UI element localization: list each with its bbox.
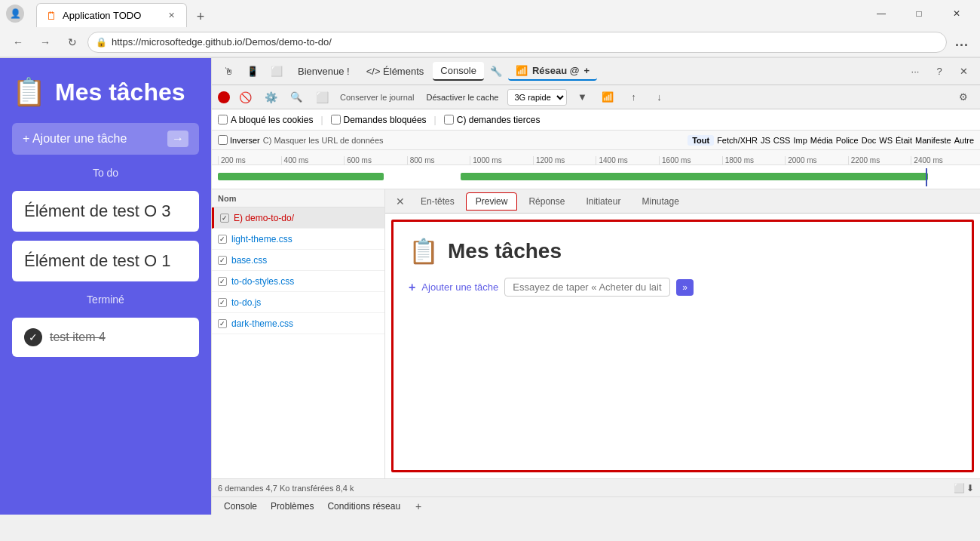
req-item-todo-styles[interactable]: ✓ to-do-styles.css: [212, 271, 384, 292]
clear-network-btn[interactable]: 🚫: [234, 87, 256, 108]
tab-network[interactable]: 📶 Réseau @ +: [508, 62, 597, 81]
devtools-more-btn[interactable]: ···: [905, 61, 926, 82]
throttle-down-btn[interactable]: ▼: [571, 87, 593, 108]
bottom-tab-network-conditions[interactable]: Conditions réseau: [321, 501, 406, 512]
tick-1200: 1200 ms: [533, 156, 596, 164]
req-item-todo-js[interactable]: ✓ to-do.js: [212, 292, 384, 313]
req-item-dark[interactable]: ✓ dark-theme.css: [212, 313, 384, 334]
blocked-requests-input[interactable]: [331, 115, 341, 124]
filter-network-btn[interactable]: ⚙️: [260, 87, 281, 108]
dock-side-btn[interactable]: ⬜: [954, 483, 965, 493]
devtools-close-btn[interactable]: ✕: [953, 61, 974, 82]
settings-btn[interactable]: ⚙: [953, 87, 974, 108]
req-name-dark: dark-theme.css: [231, 318, 293, 329]
todo-section-label: To do: [12, 164, 199, 182]
preview-add-btn[interactable]: »: [676, 279, 694, 296]
wifi-icon-btn[interactable]: 📶: [597, 87, 618, 108]
bottom-tab-problems[interactable]: Problèmes: [265, 501, 320, 512]
back-btn[interactable]: ←: [6, 30, 30, 54]
devtools-device-btn[interactable]: 📱: [242, 61, 263, 82]
timeline-bar-1: [218, 173, 384, 180]
lock-icon: 🔒: [96, 37, 107, 48]
tick-1600: 1600 ms: [659, 156, 722, 164]
completed-task-item[interactable]: ✓ test item 4: [12, 318, 199, 357]
devtools-panel-btn[interactable]: ⬜: [266, 61, 287, 82]
third-party-checkbox[interactable]: C) demandes tierces: [444, 115, 541, 125]
preview-close-btn[interactable]: ✕: [391, 192, 409, 211]
throttle-select[interactable]: 3G rapide: [507, 89, 567, 106]
invert-checkbox[interactable]: Inverser: [218, 135, 260, 145]
preview-task-input[interactable]: [504, 278, 670, 297]
devtools-select-btn[interactable]: 🖱: [218, 61, 239, 82]
timeline-marker: [926, 168, 927, 186]
filter-media[interactable]: Média: [810, 136, 833, 145]
download-btn[interactable]: ↓: [648, 87, 669, 108]
tab-minutage[interactable]: Minutage: [632, 192, 688, 211]
minimize-btn[interactable]: —: [864, 0, 899, 27]
tab-close-btn[interactable]: ✕: [165, 10, 177, 22]
filter-ws[interactable]: WS: [879, 136, 893, 145]
filter-doc[interactable]: Doc: [862, 136, 877, 145]
tab-preview[interactable]: Preview: [466, 192, 518, 211]
tab-reponse[interactable]: Réponse: [519, 192, 574, 211]
todo-app-icon: 📋: [12, 76, 46, 108]
close-btn[interactable]: ✕: [939, 0, 974, 27]
req-item-base[interactable]: ✓ base.css: [212, 250, 384, 271]
disable-cache-btn[interactable]: Désactiver le cache: [421, 91, 503, 103]
filter-js[interactable]: JS: [761, 136, 770, 145]
blocked-cookies-input[interactable]: [218, 115, 228, 124]
add-tab-icon[interactable]: +: [584, 65, 590, 76]
tab-initiateur[interactable]: Initiateur: [576, 192, 630, 211]
filter-was[interactable]: Était: [896, 136, 912, 145]
record-btn[interactable]: [218, 91, 230, 103]
blocked-cookies-label: A bloqué les cookies: [231, 115, 313, 125]
devtools-panel: 🖱 📱 ⬜ Bienvenue ! </> Éléments Console 🔧…: [211, 58, 980, 515]
upload-btn[interactable]: ↑: [623, 87, 644, 108]
add-task-btn[interactable]: + Ajouter une tâche →: [12, 123, 199, 155]
task-item-2[interactable]: Élément de test O 1: [12, 241, 199, 281]
filter-css[interactable]: CSS: [773, 136, 791, 145]
filter-imp[interactable]: Imp: [793, 136, 807, 145]
more-btn[interactable]: ...: [950, 30, 974, 54]
req-item-demo[interactable]: ✓ E) demo-to-do/: [212, 207, 384, 229]
bottom-tab-console[interactable]: Console: [218, 501, 263, 512]
screenshot-btn[interactable]: ⬜: [311, 87, 332, 108]
filter-other[interactable]: Autre: [954, 136, 974, 145]
tab-console[interactable]: Console: [433, 62, 484, 81]
task-item-1[interactable]: Élément de test O 3: [12, 191, 199, 232]
preview-app-icon: 📋: [409, 237, 439, 266]
timeline-bar-2: [461, 173, 928, 180]
blocked-requests-checkbox[interactable]: Demandes bloquées: [331, 115, 427, 125]
browser-tab[interactable]: 🗒 Application TODO ✕: [36, 3, 187, 27]
tab-welcome[interactable]: Bienvenue !: [290, 63, 357, 80]
tab-en-tetes[interactable]: En-têtes: [411, 192, 464, 211]
preview-tabs: ✕ En-têtes Preview Réponse Initiateur Mi…: [385, 189, 980, 214]
third-party-input[interactable]: [444, 115, 454, 124]
search-network-btn[interactable]: 🔍: [286, 87, 307, 108]
address-bar[interactable]: 🔒 https://microsoftedge.github.io/Demos/…: [87, 32, 947, 53]
filter-manifest[interactable]: Manifeste: [915, 136, 951, 145]
devtools-sources-btn[interactable]: 🔧: [485, 61, 507, 82]
req-checkbox-base: ✓: [218, 256, 227, 265]
blocked-cookies-checkbox[interactable]: A bloqué les cookies: [218, 115, 313, 125]
title-bar: 👤 🗒 Application TODO ✕ + — □ ✕: [0, 0, 980, 27]
new-tab-btn[interactable]: +: [190, 6, 211, 27]
maximize-btn[interactable]: □: [902, 0, 936, 27]
filter-all[interactable]: Tout: [688, 135, 714, 146]
req-checkbox-todo-js: ✓: [218, 298, 227, 307]
add-task-label: + Ajouter une tâche: [23, 132, 127, 146]
refresh-btn[interactable]: ↻: [60, 30, 84, 54]
filter-fetch-xhr[interactable]: Fetch/XHR: [717, 136, 758, 145]
network-tab-label: Réseau @: [532, 65, 580, 76]
req-name-demo: E) demo-to-do/: [234, 213, 294, 223]
devtools-help-btn[interactable]: ?: [929, 61, 950, 82]
req-item-light[interactable]: ✓ light-theme.css: [212, 229, 384, 250]
devtools-toolbar: 🖱 📱 ⬜ Bienvenue ! </> Éléments Console 🔧…: [212, 58, 980, 85]
forward-btn[interactable]: →: [33, 30, 57, 54]
undock-btn[interactable]: ⬇: [966, 483, 974, 493]
filter-font[interactable]: Police: [836, 136, 859, 145]
add-bottom-tab-btn[interactable]: +: [408, 496, 429, 517]
tab-elements[interactable]: </> Éléments: [359, 63, 432, 80]
name-col-header: Nom: [218, 194, 236, 203]
devtools-status-bar: 6 demandes 4,7 Ko transférées 8,4 k ⬜ ⬇: [212, 478, 980, 496]
